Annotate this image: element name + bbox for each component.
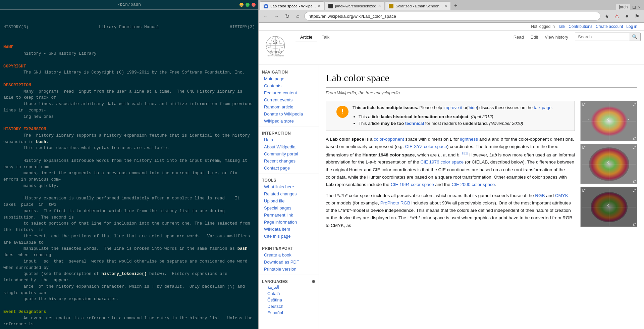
notice-issue-1: This article lacks historical informatio… xyxy=(359,113,570,121)
sidebar-current-events[interactable]: Current events xyxy=(259,96,319,103)
svg-text:Ω: Ω xyxy=(273,39,277,45)
tab-talk[interactable]: Talk xyxy=(317,33,334,42)
notice-technical-link[interactable]: technical xyxy=(405,121,424,126)
janek-favicon xyxy=(328,4,333,8)
link-rgb[interactable]: RGB xyxy=(535,193,545,198)
minimize-btn[interactable]: − xyxy=(239,3,244,7)
wiki-article-inner: ! This article has multiple issues. Plea… xyxy=(326,101,637,233)
browser-tab-janek[interactable]: janek-warchol/selenized × xyxy=(325,1,384,10)
wiki-search-button[interactable]: 🔍 xyxy=(629,33,640,41)
sidebar-main-page[interactable]: Main page xyxy=(259,75,319,82)
sidebar-store[interactable]: Wikipedia store xyxy=(259,117,319,125)
article-body: A Lab color space is a color-opponent sp… xyxy=(326,136,575,229)
link-prophoto[interactable]: ProPhoto RGB xyxy=(380,200,410,205)
sidebar-related-changes[interactable]: Related changes xyxy=(259,190,319,197)
new-tab-button[interactable]: + xyxy=(451,1,460,10)
reload-button[interactable]: ↻ xyxy=(283,12,291,20)
wiki-search-input[interactable] xyxy=(575,33,629,41)
tab-close-janek[interactable]: × xyxy=(378,3,381,8)
address-bar[interactable] xyxy=(304,12,600,20)
link-color-opponent[interactable]: color-opponent xyxy=(374,137,404,142)
notice-issue-2: This article may be too technical for mo… xyxy=(359,120,570,127)
extension-btn[interactable]: ● xyxy=(623,12,631,20)
wikipedia-logo[interactable]: WIKIPEDIA The Free Encyclopedia Ω xyxy=(262,34,289,61)
tab-article[interactable]: Article xyxy=(296,33,317,42)
svg-text:a*: a* xyxy=(633,137,636,140)
wiki-languages-section: Languages ⚙ العربية Català Čeština Deuts… xyxy=(259,277,319,318)
notice-hide-link[interactable]: hide xyxy=(469,105,477,110)
sidebar-contact[interactable]: Contact page xyxy=(259,164,319,172)
sidebar-wikidata[interactable]: Wikidata item xyxy=(259,226,319,233)
lang-catalan[interactable]: Català xyxy=(262,290,315,297)
browser-tab-wikipedia[interactable]: W Lab color space - Wikipe... × xyxy=(260,1,324,10)
profile-btn[interactable]: ⚑ xyxy=(633,12,641,20)
forward-button[interactable]: → xyxy=(272,12,281,20)
link-cie-xyz[interactable]: CIE XYZ color space xyxy=(405,144,447,149)
log-in-link[interactable]: Log in xyxy=(626,24,637,29)
sidebar-contents[interactable]: Contents xyxy=(259,82,319,89)
notice-improve-link[interactable]: improve it xyxy=(443,105,462,110)
sidebar-donate[interactable]: Donate to Wikipedia xyxy=(259,110,319,117)
lang-arabic[interactable]: العربية xyxy=(262,284,315,290)
sidebar-community[interactable]: Community portal xyxy=(259,150,319,157)
sidebar-upload[interactable]: Upload file xyxy=(259,197,319,204)
contributions-link[interactable]: Contributions xyxy=(569,24,592,29)
tab-title-janek: janek-warchol/selenized xyxy=(335,4,376,8)
sidebar-create-book[interactable]: Create a book xyxy=(259,251,319,258)
create-account-link[interactable]: Create account xyxy=(596,24,623,29)
link-cmyk[interactable]: CMYK xyxy=(555,193,568,198)
sidebar-divider-3 xyxy=(259,242,319,242)
notice-talk-link[interactable]: talk page xyxy=(534,105,552,110)
svg-text:0: 0 xyxy=(607,204,609,207)
tab-view-history[interactable]: View history xyxy=(541,33,572,42)
sidebar-featured[interactable]: Featured content xyxy=(259,89,319,96)
lang-czech[interactable]: Čeština xyxy=(262,297,315,303)
sidebar-cite[interactable]: Cite this page xyxy=(259,233,319,240)
article-text-column: ! This article has multiple issues. Plea… xyxy=(326,101,575,233)
maximize-btn[interactable]: □ xyxy=(246,3,250,7)
tab-edit[interactable]: Edit xyxy=(527,33,541,42)
print-section-label: Print/export xyxy=(259,244,319,251)
lang-german[interactable]: Deutsch xyxy=(262,303,315,310)
bookmark-star-btn[interactable]: ★ xyxy=(602,12,611,20)
notice-title-line: This article has multiple issues. Please… xyxy=(353,104,570,111)
link-cie-1976[interactable]: CIE 1976 color space xyxy=(420,159,464,164)
sidebar-printable[interactable]: Printable version xyxy=(259,266,319,273)
sidebar-about[interactable]: About Wikipedia xyxy=(259,143,319,150)
interaction-section-label: Interaction xyxy=(259,129,319,136)
lang-spanish[interactable]: Español xyxy=(262,310,315,316)
article-para-1: A Lab color space is a color-opponent sp… xyxy=(326,136,575,188)
browser-tab-solarized[interactable]: Solarized - Ethan Schoon... × xyxy=(385,1,451,10)
sidebar-help[interactable]: Help xyxy=(259,136,319,143)
home-button[interactable]: ⌂ xyxy=(293,12,302,20)
languages-settings-icon[interactable]: ⚙ xyxy=(312,279,315,284)
sidebar-recent-changes[interactable]: Recent changes xyxy=(259,157,319,164)
sidebar-special-pages[interactable]: Special pages xyxy=(259,204,319,211)
svg-text:0: 0 xyxy=(607,118,609,121)
svg-text:L*= 75: L*= 75 xyxy=(633,103,637,106)
browser-close-btn[interactable]: × xyxy=(638,5,641,10)
wiki-sidebar: Navigation Main page Contents Featured c… xyxy=(259,64,319,329)
link-lightness[interactable]: lightness xyxy=(460,137,478,142)
wiki-search-box: 🔍 xyxy=(575,33,641,41)
sidebar-random[interactable]: Random article xyxy=(259,103,319,110)
security-btn[interactable]: ⚠ xyxy=(612,12,621,20)
terminal-window-controls[interactable]: − □ × xyxy=(239,3,256,7)
link-cie-1994[interactable]: CIE 1994 color space xyxy=(391,182,434,187)
restore-btn[interactable]: ⊡ xyxy=(632,5,636,10)
sidebar-download-pdf[interactable]: Download as PDF xyxy=(259,258,319,266)
talk-link[interactable]: Talk xyxy=(558,24,565,29)
nav-section-label: Navigation xyxy=(259,68,319,75)
tab-close-solarized[interactable]: × xyxy=(444,3,447,8)
tab-read[interactable]: Read xyxy=(510,33,527,42)
sidebar-permanent-link[interactable]: Permanent link xyxy=(259,211,319,219)
sidebar-page-info[interactable]: Page information xyxy=(259,219,319,226)
sidebar-divider-1 xyxy=(259,127,319,127)
close-btn[interactable]: × xyxy=(252,3,256,7)
tab-close-wikipedia[interactable]: × xyxy=(318,3,321,8)
languages-header: Languages ⚙ xyxy=(262,279,315,284)
link-cie-2000[interactable]: CIE 2000 color space xyxy=(451,182,495,187)
sidebar-what-links[interactable]: What links here xyxy=(259,183,319,190)
back-button[interactable]: ← xyxy=(261,12,270,20)
diagram-L50-svg: L*= 50 a* b* 0 xyxy=(581,144,637,184)
